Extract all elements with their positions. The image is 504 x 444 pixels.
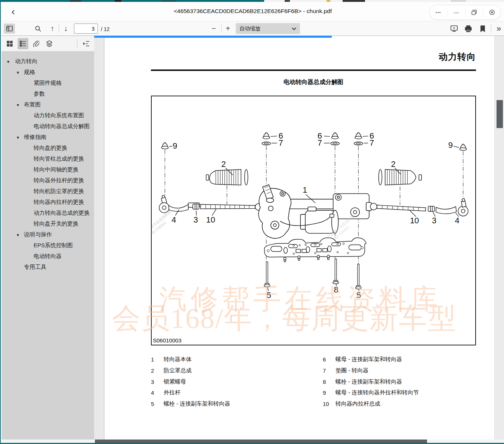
pdf-viewer-window: ‹ <46563736CEACD0DECAD6B2E12E626F6F6B> -… bbox=[0, 0, 504, 444]
push-pin bbox=[317, 255, 320, 260]
minimize-button[interactable]: — bbox=[447, 8, 465, 17]
search-icon bbox=[35, 25, 41, 32]
toc-item[interactable]: 转向中间轴的更换 bbox=[1, 164, 94, 175]
toc-item[interactable]: 转向盘开关的更换 bbox=[1, 218, 94, 229]
legend-label: 螺母 - 连接转向器外拉杆和转向节 bbox=[336, 389, 419, 396]
toc-item[interactable]: ▼说明与操作 bbox=[1, 229, 94, 240]
header-rule bbox=[151, 69, 476, 71]
toc-item[interactable]: ▼维修指南 bbox=[1, 131, 94, 142]
zoom-in-button[interactable]: + bbox=[223, 24, 232, 34]
toc-item-label: 转向器内拉杆的更换 bbox=[34, 198, 84, 205]
toc-item-label: 动力转向器总成的更换 bbox=[34, 209, 90, 216]
caret-down-icon[interactable]: ▼ bbox=[16, 232, 20, 239]
legend-number: 10 bbox=[323, 401, 336, 407]
toc-item[interactable]: 专用工具 bbox=[1, 261, 94, 272]
callout-number: 4 bbox=[455, 216, 460, 225]
horizontal-scrollbar[interactable] bbox=[1, 440, 504, 443]
page-up-button[interactable]: ↑ bbox=[48, 24, 57, 34]
vertical-scrollbar[interactable] bbox=[494, 36, 504, 440]
double-chevron-icon: » bbox=[497, 24, 501, 34]
legend-number: 5 bbox=[151, 401, 164, 407]
lock-nut-left bbox=[193, 204, 199, 209]
layers-icon bbox=[46, 40, 53, 47]
washer-7-c bbox=[354, 142, 363, 145]
outline-view-button[interactable] bbox=[18, 38, 28, 49]
toc-item[interactable]: 电动转向器总成分解图 bbox=[1, 121, 94, 131]
toc-item-label: 转向盘的更换 bbox=[34, 144, 67, 151]
caret-down-icon[interactable]: ▼ bbox=[16, 102, 20, 109]
more-options-button[interactable]: ••• bbox=[430, 8, 447, 17]
vertical-scrollbar-thumb[interactable] bbox=[497, 100, 503, 128]
subframe-bracket bbox=[265, 238, 366, 257]
sidebar: ▼动力转向▼规格紧固件规格参数▼布置图动力转向系统布置图电动转向器总成分解图▼维… bbox=[1, 36, 94, 440]
legend-label: 螺母 - 连接副车架和转向器 bbox=[336, 356, 402, 363]
caret-down-icon[interactable]: ▼ bbox=[16, 134, 20, 141]
nut-9-right bbox=[460, 144, 467, 150]
titlebar: ‹ <46563736CEACD0DECAD6B2E12E626F6F6B> -… bbox=[1, 2, 504, 21]
toc-item-label: 转向中间轴的更换 bbox=[34, 166, 78, 173]
toc-item[interactable]: 紧固件规格 bbox=[1, 77, 94, 88]
document-title: <46563736CEACD0DECAD6B2E12E626F6F6B> - c… bbox=[1, 8, 504, 15]
toc-item-label: 动力转向 bbox=[15, 58, 37, 65]
current-outline-item-button[interactable] bbox=[81, 38, 92, 49]
restore-button[interactable] bbox=[465, 8, 483, 17]
thumbnails-view-button[interactable] bbox=[4, 38, 15, 49]
legend-row: 2防尘罩总成 bbox=[151, 365, 315, 376]
toc-item[interactable]: EPS系统控制图 bbox=[1, 240, 94, 251]
zoom-mode-select[interactable]: 自动缩放 bbox=[236, 23, 300, 34]
layers-view-button[interactable] bbox=[44, 38, 55, 49]
presentation-mode-button[interactable] bbox=[449, 24, 459, 34]
zoom-out-button[interactable]: − bbox=[209, 24, 218, 34]
toc-item[interactable]: 转向管柱总成的更换 bbox=[1, 153, 94, 164]
presentation-mode-icon bbox=[451, 25, 458, 32]
caret-down-icon[interactable]: ▼ bbox=[16, 69, 20, 76]
toc-item[interactable]: ▼动力转向 bbox=[1, 56, 94, 66]
toc-item-label: 电动转向器 bbox=[34, 252, 62, 260]
toc-item[interactable]: ▼规格 bbox=[1, 66, 94, 77]
legend-number: 8 bbox=[323, 379, 336, 385]
callout-number: 1 bbox=[303, 185, 307, 195]
boot-right bbox=[378, 170, 421, 185]
chevron-down-icon bbox=[292, 27, 296, 30]
toc-item[interactable]: 电动转向器 bbox=[1, 251, 94, 261]
sidebar-toggle-button[interactable] bbox=[4, 24, 15, 34]
legend-number: 6 bbox=[323, 356, 336, 363]
page-number-input[interactable] bbox=[74, 24, 98, 34]
toc-item-label: 转向机防尘罩的更换 bbox=[34, 187, 84, 195]
legend-label: 转向器本体 bbox=[164, 356, 192, 363]
print-button[interactable] bbox=[463, 24, 473, 34]
page-down-button[interactable]: ↓ bbox=[61, 24, 70, 34]
bolt-5-left bbox=[264, 262, 270, 287]
legend-label: 转向器内拉杆总成 bbox=[336, 400, 380, 407]
bolt-5-right bbox=[355, 264, 361, 289]
bookmark-button[interactable] bbox=[478, 24, 487, 34]
legend-column-right: 6螺母 - 连接副车架和转向器7垫圈 - 转向器8螺栓 - 连接副车架和转向器9… bbox=[323, 354, 480, 409]
zoom-out-icon: − bbox=[211, 24, 216, 33]
toc-item[interactable]: ▼布置图 bbox=[1, 99, 94, 110]
toc-item[interactable]: 转向器内拉杆的更换 bbox=[1, 196, 94, 207]
caret-down-icon[interactable]: ▼ bbox=[6, 58, 10, 65]
toc-item-label: 参数 bbox=[34, 90, 45, 97]
toc-item[interactable]: 转向机防尘罩的更换 bbox=[1, 186, 94, 196]
legend-row: 4外拉杆 bbox=[151, 387, 315, 398]
legend-number: 4 bbox=[151, 389, 164, 396]
legend-row: 8螺栓 - 连接副车架和转向器 bbox=[323, 376, 480, 387]
sidebar-toggle-icon bbox=[6, 26, 13, 31]
toc-item[interactable]: 转向盘的更换 bbox=[1, 142, 94, 153]
sidebar-view-buttons bbox=[1, 36, 94, 51]
toc-item[interactable]: 参数 bbox=[1, 88, 94, 99]
more-tools-button[interactable]: » bbox=[494, 24, 504, 34]
toc-item[interactable]: 转向器外拉杆的更换 bbox=[1, 175, 94, 186]
legend-label: 螺栓 - 连接副车架和转向器 bbox=[336, 378, 402, 385]
washer-7-a bbox=[262, 142, 270, 145]
legend-row: 1转向器本体 bbox=[151, 354, 315, 365]
attachments-view-button[interactable] bbox=[31, 38, 41, 49]
toc-item[interactable]: 动力转向器总成的更换 bbox=[1, 207, 94, 218]
search-button[interactable] bbox=[34, 24, 43, 34]
horizontal-scrollbar-thumb[interactable] bbox=[95, 440, 427, 443]
outline-tree: ▼动力转向▼规格紧固件规格参数▼布置图动力转向系统布置图电动转向器总成分解图▼维… bbox=[1, 51, 94, 272]
exploded-diagram: 汽修帮手在线资料库 ID-T06002 汽修帮手在线资料库 ID-T06002 … bbox=[152, 96, 475, 345]
record-button[interactable] bbox=[483, 8, 501, 17]
legend-row: 5螺栓 - 连接副车架和转向器 bbox=[151, 398, 315, 410]
toc-item[interactable]: 动力转向系统布置图 bbox=[1, 110, 94, 121]
